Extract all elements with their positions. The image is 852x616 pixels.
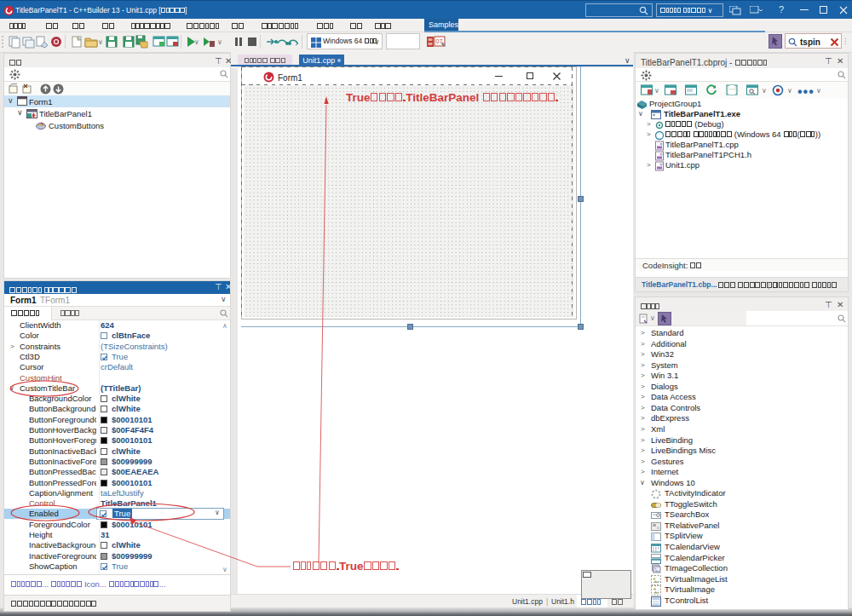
svg-text:07: 07 (436, 38, 443, 44)
